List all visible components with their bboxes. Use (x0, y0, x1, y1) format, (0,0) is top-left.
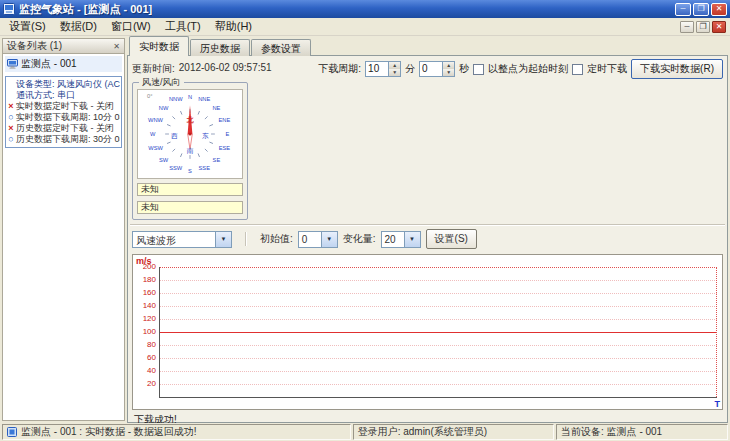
y-tick-label: 180 (133, 275, 156, 284)
align-hour-label: 以整点为起始时刻 (488, 62, 568, 76)
info-mark: × (7, 101, 15, 112)
compass-dir-label: ENE (219, 117, 231, 123)
compass-center-dot (188, 132, 191, 135)
compass-dir-label: NE (212, 105, 220, 111)
seconds-down-icon[interactable] (443, 69, 454, 76)
seconds-up-icon[interactable] (443, 62, 454, 69)
tab-history-data[interactable]: 历史数据 (190, 39, 250, 56)
close-button[interactable] (711, 3, 727, 16)
compass-dir-label: NNW (169, 96, 183, 102)
compass-dir-label: NW (159, 105, 169, 111)
wind-compass: 0° (137, 89, 243, 179)
mdi-close-button[interactable] (712, 21, 726, 33)
menu-help[interactable]: 帮助(H) (208, 18, 259, 35)
tab-parameter-settings[interactable]: 参数设置 (251, 39, 311, 56)
initial-value: 0 (299, 232, 321, 247)
info-row: ×实时数据定时下载 - 关闭 (7, 101, 120, 112)
seconds-stepper[interactable]: 0 (419, 61, 455, 77)
wind-group-title: 风速/风向 (139, 76, 184, 89)
chevron-down-icon[interactable] (321, 232, 337, 247)
minutes-down-icon[interactable] (389, 69, 400, 76)
wind-speed-field: 未知 (137, 201, 243, 214)
download-realtime-button[interactable]: 下载实时数据(R) (631, 59, 723, 79)
info-mark: × (7, 123, 15, 134)
y-tick-label: 140 (133, 301, 156, 310)
compass-dir-label: SSW (169, 165, 183, 171)
gridline-40 (160, 371, 717, 372)
timed-download-label: 定时下载 (587, 62, 627, 76)
compass-dir-label: SSE (199, 165, 211, 171)
minutes-unit-label: 分 (405, 62, 415, 76)
wind-speed-chart: m/s 200 180 160 140 120 100 80 60 40 20 (132, 254, 723, 410)
menu-settings[interactable]: 设置(S) (2, 18, 53, 35)
status-icon (7, 427, 17, 437)
waveform-select[interactable]: 风速波形 (132, 231, 232, 248)
y-tick-label: 100 (133, 327, 156, 336)
realtime-panel: 更新时间: 2012-06-02 09:57:51 下载周期: 10 分 0 秒 (127, 55, 728, 423)
chart-controls: 风速波形 初始值: 0 变化量: 20 设置(S) (132, 230, 477, 248)
tree-item-label: 监测点 - 001 (21, 57, 77, 71)
current-device-cell: 当前设备: 监测点 - 001 (556, 424, 728, 440)
reference-line-100 (160, 332, 717, 333)
computer-icon (7, 59, 18, 69)
delta-select[interactable]: 20 (381, 231, 421, 248)
info-text: 实时数据下载周期: 10分 0秒 (16, 112, 120, 123)
chevron-down-icon[interactable] (404, 232, 420, 247)
menu-data[interactable]: 数据(D) (53, 18, 104, 35)
update-time-value: 2012-06-02 09:57:51 (179, 62, 272, 76)
menu-tools[interactable]: 工具(T) (158, 18, 208, 35)
app-icon (3, 3, 15, 15)
gridline-80 (160, 345, 717, 346)
mdi-restore-icon (699, 22, 706, 31)
align-hour-checkbox[interactable] (473, 64, 484, 75)
y-tick-label: 60 (133, 353, 156, 362)
compass-dir-label: E (225, 131, 229, 137)
y-tick-label: 200 (133, 262, 156, 271)
maximize-button[interactable] (693, 3, 709, 16)
gridline-120 (160, 319, 717, 320)
tree-item-device[interactable]: 监测点 - 001 (5, 56, 122, 72)
timed-download-checkbox[interactable] (572, 64, 583, 75)
compass-dir-label: WSW (148, 145, 163, 151)
waveform-value: 风速波形 (133, 232, 215, 247)
seconds-unit-label: 秒 (459, 62, 469, 76)
mdi-minimize-button[interactable] (680, 21, 694, 33)
minutes-up-icon[interactable] (389, 62, 400, 69)
status-bar: 监测点 - 001 : 实时数据 - 数据返回成功! 登录用户: admin(系… (0, 423, 730, 441)
settings-button[interactable]: 设置(S) (426, 229, 477, 249)
wind-group: 风速/风向 0° (132, 82, 248, 220)
menu-window[interactable]: 窗口(W) (104, 18, 158, 35)
gridline-140 (160, 306, 717, 307)
compass-dir-label: NNE (198, 96, 210, 102)
minimize-button[interactable] (675, 3, 691, 16)
info-mark (7, 90, 15, 101)
mdi-restore-button[interactable] (696, 21, 710, 33)
main-area: 实时数据 历史数据 参数设置 更新时间: 2012-06-02 09:57:51… (127, 38, 728, 423)
info-row: 设备类型: 风速风向仪 (ACF96-4) (7, 79, 120, 90)
delta-value: 20 (382, 232, 404, 247)
info-row: ×历史数据定时下载 - 关闭 (7, 123, 120, 134)
tab-realtime-data[interactable]: 实时数据 (129, 36, 189, 56)
status-message: 监测点 - 001 : 实时数据 - 数据返回成功! (21, 425, 197, 439)
app-window: 监控气象站 - [监测点 - 001] 设置(S) 数据(D) 窗口(W) 工具… (0, 0, 730, 441)
chevron-down-icon[interactable] (215, 232, 231, 247)
seconds-value[interactable]: 0 (420, 62, 442, 76)
compass-dir-label: S (188, 168, 192, 174)
compass-west-label: 西 (170, 132, 178, 140)
download-period-label: 下载周期: (318, 62, 361, 76)
gridline-60 (160, 358, 717, 359)
device-tree: 监测点 - 001 设备类型: 风速风向仪 (ACF96-4) 通讯方式: 串口… (2, 54, 125, 421)
title-bar: 监控气象站 - [监测点 - 001] (0, 0, 730, 18)
info-mark: ○ (7, 112, 15, 123)
sidebar-close-icon[interactable] (113, 42, 120, 51)
minutes-value[interactable]: 10 (366, 62, 388, 76)
initial-value-select[interactable]: 0 (298, 231, 338, 248)
window-title: 监控气象站 - [监测点 - 001] (19, 2, 152, 17)
compass-north-label: 北 (186, 116, 194, 124)
logged-user-cell: 登录用户: admin(系统管理员) (353, 424, 554, 440)
minimize-icon (681, 5, 686, 13)
minutes-stepper[interactable]: 10 (365, 61, 401, 77)
menu-bar: 设置(S) 数据(D) 窗口(W) 工具(T) 帮助(H) (0, 18, 730, 36)
delta-label: 变化量: (343, 232, 376, 246)
device-list-header: 设备列表 (1) (2, 38, 125, 54)
